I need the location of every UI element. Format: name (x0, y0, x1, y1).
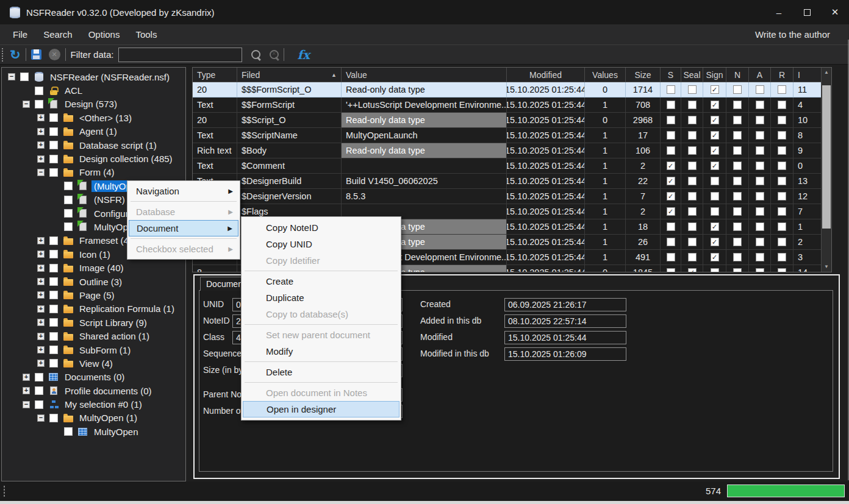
checkbox-n-unchecked[interactable] (733, 222, 742, 231)
checkbox-a-unchecked[interactable] (756, 222, 764, 231)
checkbox-sign-checked[interactable]: ✓ (711, 146, 719, 155)
scrollbar-thumb[interactable] (822, 85, 831, 229)
menu-search[interactable]: Search (35, 24, 81, 44)
tree-checkbox[interactable] (49, 236, 58, 245)
submenu-item-copy-noteid[interactable]: Copy NoteID (243, 219, 399, 236)
checkbox-n-unchecked[interactable] (733, 207, 742, 216)
expand-plus-icon[interactable]: + (37, 360, 45, 367)
checkbox-r-unchecked[interactable] (778, 101, 786, 109)
checkbox-n-unchecked[interactable] (733, 238, 742, 246)
tree-item-outline-3[interactable]: +Outline (3) (2, 275, 185, 288)
checkbox-r-unchecked[interactable] (778, 207, 786, 216)
checkbox-a-unchecked[interactable] (756, 131, 764, 140)
tree-checkbox[interactable] (49, 277, 58, 286)
tree-item-my-selection-0-1[interactable]: −My selection #0 (1) (2, 397, 185, 411)
collapse-minus-icon[interactable]: − (23, 101, 30, 108)
checkbox-sign-checked[interactable]: ✓ (711, 116, 719, 124)
checkbox-r-unchecked[interactable] (778, 161, 786, 170)
column-header-modified[interactable]: Modified (507, 68, 585, 82)
context-menu-item-document[interactable]: Document▶ (129, 220, 238, 236)
checkbox-s-unchecked[interactable] (667, 268, 675, 272)
menu-file[interactable]: File (5, 24, 35, 44)
expand-plus-icon[interactable]: + (37, 278, 45, 285)
doc-field-value-modified[interactable]: 15.10.2025 01:25:44 (504, 331, 626, 344)
checkbox-a-unchecked[interactable] (756, 253, 764, 261)
tree-checkbox[interactable] (64, 222, 73, 231)
tree-checkbox[interactable] (35, 386, 43, 395)
expand-plus-icon[interactable]: + (37, 155, 45, 163)
checkbox-s-checked[interactable]: ✓ (667, 207, 675, 216)
tree-item-profile-documents-0[interactable]: +Profile documents (0) (2, 384, 185, 397)
checkbox-sign-checked[interactable]: ✓ (711, 253, 719, 261)
tree-checkbox[interactable] (49, 250, 58, 258)
checkbox-n-unchecked[interactable] (733, 116, 742, 124)
checkbox-s-unchecked[interactable] (667, 85, 675, 94)
expand-plus-icon[interactable]: + (23, 387, 30, 394)
column-header-size[interactable]: Size (626, 68, 661, 82)
column-header-s[interactable]: S (661, 68, 681, 82)
checkbox-seal-unchecked[interactable] (688, 131, 697, 140)
checkbox-n-unchecked[interactable] (733, 85, 742, 94)
checkbox-sign-checked[interactable]: ✓ (711, 131, 719, 140)
close-button[interactable]: ✕ (821, 0, 849, 24)
tree-checkbox[interactable] (64, 182, 73, 190)
tree-checkbox[interactable] (49, 414, 58, 422)
doc-field-value-created[interactable]: 06.09.2025 21:26:17 (504, 298, 626, 311)
tree-checkbox[interactable] (49, 113, 58, 122)
checkbox-a-unchecked[interactable] (756, 192, 764, 201)
table-row[interactable]: Text$$FormScript'++LotusScript Developme… (193, 98, 831, 113)
submenu-item-delete[interactable]: Delete (243, 364, 399, 380)
checkbox-r-unchecked[interactable] (778, 85, 786, 94)
doc-field-value-modified-in-this-db[interactable]: 15.10.2025 01:26:09 (504, 347, 626, 361)
expand-plus-icon[interactable]: + (37, 346, 45, 353)
menu-tools[interactable]: Tools (127, 24, 165, 44)
tree-item-page-5[interactable]: +Page (5) (2, 288, 185, 302)
doc-field-value-added-in-this-db[interactable]: 08.10.2025 22:57:14 (504, 314, 626, 328)
checkbox-s-checked[interactable]: ✓ (667, 177, 675, 185)
table-row[interactable]: Text$Comment15.10.2025 01:25:4412✓✓0 (193, 158, 831, 174)
submenu-item-duplicate[interactable]: Duplicate (243, 289, 399, 306)
toolbar-grip[interactable] (1, 48, 4, 62)
checkbox-n-unchecked[interactable] (733, 192, 742, 201)
tree-checkbox[interactable] (49, 318, 58, 327)
checkbox-r-unchecked[interactable] (778, 222, 786, 231)
checkbox-n-unchecked[interactable] (733, 177, 742, 185)
tree-item-multyopen-1[interactable]: −MultyOpen (1) (2, 411, 185, 425)
column-header-seal[interactable]: Seal (681, 68, 703, 82)
search-icon[interactable] (251, 50, 260, 59)
checkbox-a-unchecked[interactable] (756, 177, 764, 185)
checkbox-s-unchecked[interactable] (667, 253, 675, 261)
tree-checkbox[interactable] (35, 400, 43, 409)
scroll-down-arrow[interactable]: ▼ (822, 262, 831, 272)
checkbox-s-unchecked[interactable] (667, 101, 675, 109)
expand-plus-icon[interactable]: + (37, 333, 45, 340)
checkbox-a-unchecked[interactable] (756, 238, 764, 246)
checkbox-s-unchecked[interactable] (667, 146, 675, 155)
column-header-type[interactable]: Type (193, 68, 237, 82)
submenu-item-copy-unid[interactable]: Copy UNID (243, 236, 399, 252)
checkbox-n-unchecked[interactable] (733, 146, 742, 155)
tree-checkbox[interactable] (20, 73, 29, 81)
expand-plus-icon[interactable]: + (37, 291, 45, 299)
checkbox-n-unchecked[interactable] (733, 101, 742, 109)
tree-checkbox[interactable] (35, 373, 43, 382)
scroll-up-arrow[interactable]: ▲ (822, 68, 831, 77)
column-header-sign[interactable]: Sign (703, 68, 726, 82)
submenu-item-create[interactable]: Create (243, 273, 399, 289)
tree-item-replication-formula-1[interactable]: +Replication Formula (1) (2, 302, 185, 316)
table-row[interactable]: 20$$$FormScript_ORead-only data type15.1… (193, 82, 831, 98)
collapse-minus-icon[interactable]: − (23, 401, 30, 408)
save-icon[interactable] (31, 49, 41, 60)
collapse-minus-icon[interactable]: − (37, 414, 45, 422)
minimize-button[interactable]: – (765, 0, 793, 24)
checkbox-n-unchecked[interactable] (733, 268, 742, 272)
expand-plus-icon[interactable]: + (37, 250, 45, 258)
column-header-value[interactable]: Value (342, 68, 507, 82)
checkbox-sign-checked[interactable]: ✓ (711, 222, 719, 231)
checkbox-r-unchecked[interactable] (778, 238, 786, 246)
checkbox-r-unchecked[interactable] (778, 146, 786, 155)
tree-item-acl[interactable]: ACL (2, 83, 185, 97)
checkbox-a-unchecked[interactable] (756, 146, 764, 155)
tree-checkbox[interactable] (49, 141, 58, 149)
submenu-item-open-in-designer[interactable]: Open in designer (243, 401, 399, 417)
